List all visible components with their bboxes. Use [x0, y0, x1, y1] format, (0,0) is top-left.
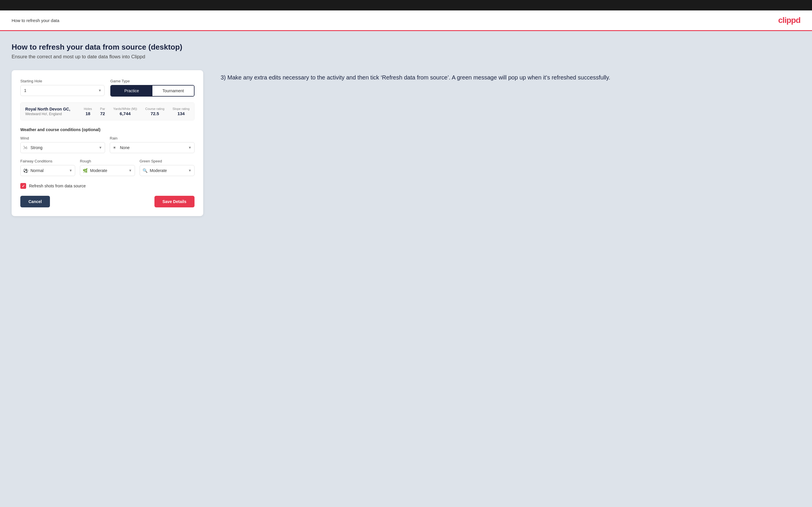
- page-subheading: Ensure the correct and most up to date d…: [12, 54, 800, 60]
- fairway-group: Fairway Conditions ⚽ Normal ▼: [20, 159, 75, 176]
- yards-stat: Yards/White (M)) 6,744: [113, 107, 137, 116]
- checkbox-check-icon: ✓: [22, 184, 25, 188]
- game-type-toggle: Practice Tournament: [110, 85, 195, 97]
- instruction-panel: 3) Make any extra edits necessary to the…: [221, 70, 800, 82]
- course-rating-value: 72.5: [151, 111, 159, 116]
- rough-label: Rough: [80, 159, 135, 163]
- holes-value: 18: [85, 111, 90, 116]
- course-rating-stat: Course rating 72.5: [145, 107, 164, 116]
- slope-rating-stat: Slope rating 134: [172, 107, 190, 116]
- rain-group: Rain ☀ None ▼: [110, 136, 195, 153]
- fairway-select-wrapper: ⚽ Normal ▼: [20, 165, 75, 176]
- tournament-button[interactable]: Tournament: [152, 86, 194, 96]
- rough-group: Rough 🌿 Moderate ▼: [80, 159, 135, 176]
- action-row: Cancel Save Details: [20, 196, 195, 207]
- rain-select-wrapper: ☀ None ▼: [110, 142, 195, 153]
- holes-label: Holes: [84, 107, 92, 111]
- rough-icon: 🌿: [83, 168, 88, 173]
- par-label: Par: [100, 107, 105, 111]
- course-rating-label: Course rating: [145, 107, 164, 111]
- course-table: Royal North Devon GC, Westward Ho!, Engl…: [20, 102, 195, 120]
- save-button[interactable]: Save Details: [154, 196, 195, 207]
- wind-group: Wind 🌬 Strong ▼: [20, 136, 105, 153]
- rain-select[interactable]: None: [110, 142, 195, 153]
- green-speed-icon: 🔍: [143, 168, 148, 173]
- starting-hole-select[interactable]: 1: [20, 85, 104, 96]
- course-location: Westward Ho!, England: [25, 112, 78, 116]
- green-speed-select[interactable]: Moderate: [140, 165, 195, 176]
- wind-select-wrapper: 🌬 Strong ▼: [20, 142, 105, 153]
- game-type-group: Game Type Practice Tournament: [110, 79, 195, 97]
- slope-rating-label: Slope rating: [172, 107, 190, 111]
- refresh-checkbox-label: Refresh shots from data source: [29, 184, 86, 188]
- green-speed-group: Green Speed 🔍 Moderate ▼: [140, 159, 195, 176]
- top-bar: [0, 0, 812, 10]
- holes-stat: Holes 18: [84, 107, 92, 116]
- fairway-rough-green-grid: Fairway Conditions ⚽ Normal ▼ Rough 🌿: [20, 159, 195, 176]
- game-type-label: Game Type: [110, 79, 195, 83]
- starting-hole-select-wrapper: 1 ▼: [20, 85, 104, 96]
- green-speed-label: Green Speed: [140, 159, 195, 163]
- practice-button[interactable]: Practice: [111, 86, 152, 96]
- fairway-select[interactable]: Normal: [20, 165, 75, 176]
- par-stat: Par 72: [100, 107, 105, 116]
- course-stats: Holes 18 Par 72 Yards/White (M)) 6,744: [84, 107, 190, 116]
- fairway-icon: ⚽: [23, 168, 28, 173]
- main-content: How to refresh your data from source (de…: [0, 31, 812, 507]
- course-row: Royal North Devon GC, Westward Ho!, Engl…: [20, 103, 194, 120]
- fairway-label: Fairway Conditions: [20, 159, 75, 163]
- header-title: How to refresh your data: [12, 18, 59, 23]
- cancel-button[interactable]: Cancel: [20, 196, 50, 207]
- logo: clippd: [778, 16, 800, 25]
- green-speed-select-wrapper: 🔍 Moderate ▼: [140, 165, 195, 176]
- yards-label: Yards/White (M)): [113, 107, 137, 111]
- rough-select-wrapper: 🌿 Moderate ▼: [80, 165, 135, 176]
- instruction-text: 3) Make any extra edits necessary to the…: [221, 73, 800, 82]
- starting-hole-group: Starting Hole 1 ▼: [20, 79, 104, 97]
- weather-section-title: Weather and course conditions (optional): [20, 127, 195, 132]
- page-heading: How to refresh your data from source (de…: [12, 43, 800, 52]
- slope-rating-value: 134: [177, 111, 185, 116]
- course-name: Royal North Devon GC,: [25, 107, 78, 111]
- rough-select[interactable]: Moderate: [80, 165, 135, 176]
- wind-icon: 🌬: [23, 145, 27, 150]
- starting-hole-game-type-row: Starting Hole 1 ▼ Game Type Practice Tou…: [20, 79, 195, 97]
- rain-icon: ☀: [113, 145, 116, 150]
- starting-hole-label: Starting Hole: [20, 79, 104, 83]
- course-info: Royal North Devon GC, Westward Ho!, Engl…: [25, 107, 78, 116]
- wind-rain-grid: Wind 🌬 Strong ▼ Rain ☀ None: [20, 136, 195, 153]
- form-card: Starting Hole 1 ▼ Game Type Practice Tou…: [12, 70, 203, 216]
- par-value: 72: [100, 111, 105, 116]
- refresh-checkbox[interactable]: ✓: [20, 183, 26, 189]
- rain-label: Rain: [110, 136, 195, 140]
- refresh-checkbox-row: ✓ Refresh shots from data source: [20, 183, 195, 189]
- wind-select[interactable]: Strong: [20, 142, 105, 153]
- header: How to refresh your data clippd: [0, 10, 812, 31]
- yards-value: 6,744: [119, 111, 131, 116]
- content-area: Starting Hole 1 ▼ Game Type Practice Tou…: [12, 70, 800, 216]
- wind-label: Wind: [20, 136, 105, 140]
